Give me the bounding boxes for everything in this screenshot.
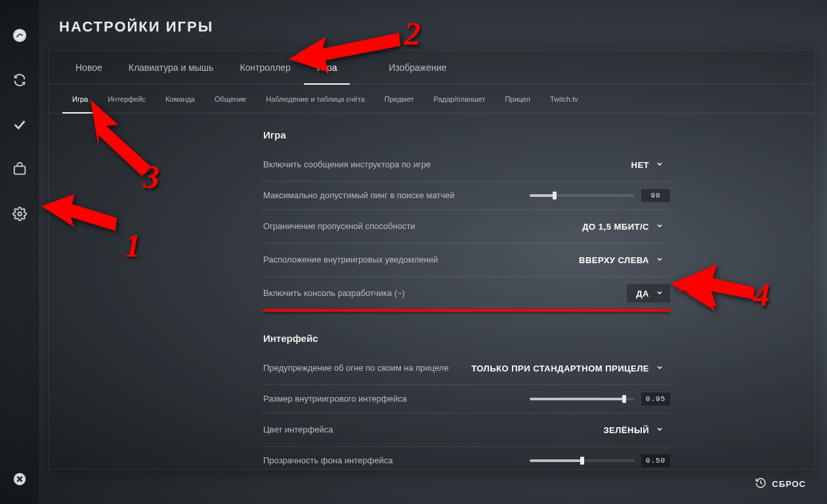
reset-button[interactable]: СБРОС bbox=[755, 477, 806, 491]
section-title-interface: Интерфейс bbox=[263, 312, 670, 352]
ui-scale-slider[interactable] bbox=[530, 398, 635, 400]
dropdown-value: ВВЕРХУ СЛЕВА bbox=[579, 255, 649, 265]
chevron-down-icon bbox=[656, 364, 664, 373]
tab-video[interactable]: Изображение bbox=[375, 51, 459, 85]
row-label: Прозрачность фона интерфейса bbox=[263, 455, 392, 467]
ui-alpha-value[interactable]: 0.50 bbox=[641, 454, 670, 467]
max-ping-value[interactable]: 98 bbox=[641, 189, 670, 202]
dropdown-value: ТОЛЬКО ПРИ СТАНДАРТНОМ ПРИЦЕЛЕ bbox=[471, 364, 649, 373]
row-instructor: Включить сообщения инструктора по игре Н… bbox=[263, 148, 670, 182]
teamfire-dropdown[interactable]: ТОЛЬКО ПРИ СТАНДАРТНОМ ПРИЦЕЛЕ bbox=[462, 359, 670, 377]
svg-point-0 bbox=[13, 30, 25, 41]
row-label: Максимально допустимый пинг в поиске мат… bbox=[263, 190, 455, 201]
history-icon bbox=[755, 477, 767, 491]
dropdown-value: ЗЕЛЁНЫЙ bbox=[603, 425, 649, 435]
row-notif-pos: Расположение внутриигровых уведомлений В… bbox=[263, 243, 670, 277]
subtab-comm[interactable]: Общение bbox=[205, 85, 256, 114]
row-dev-console: Включить консоль разработчика (~) ДА bbox=[263, 277, 670, 310]
subtab-item[interactable]: Предмет bbox=[375, 85, 424, 114]
tabs-sub: Игра Интерфейс Команда Общение Наблюдени… bbox=[49, 85, 815, 114]
dropdown-value: ДА bbox=[636, 289, 649, 299]
settings-icon[interactable] bbox=[0, 192, 39, 236]
bandwidth-dropdown[interactable]: ДО 1,5 МБИТ/С bbox=[573, 217, 670, 236]
subtab-spectate[interactable]: Наблюдение и таблица счёта bbox=[256, 85, 375, 114]
chevron-down-icon bbox=[656, 289, 664, 299]
max-ping-slider[interactable] bbox=[530, 194, 635, 197]
subtab-game[interactable]: Игра bbox=[62, 85, 98, 114]
tab-new[interactable]: Новое bbox=[62, 51, 116, 85]
row-label: Включить консоль разработчика (~) bbox=[263, 287, 405, 299]
row-ui-alpha: Прозрачность фона интерфейса 0.50 bbox=[263, 447, 670, 469]
subtab-interface[interactable]: Интерфейс bbox=[98, 85, 156, 114]
main-area: НАСТРОЙКИ ИГРЫ Новое Клавиатура и мышь К… bbox=[39, 0, 827, 504]
row-max-ping: Максимально допустимый пинг в поиске мат… bbox=[263, 182, 670, 210]
row-label: Цвет интерфейса bbox=[263, 424, 333, 436]
subtab-twitch[interactable]: Twitch.tv bbox=[540, 85, 588, 114]
cancel-icon[interactable] bbox=[0, 466, 39, 492]
settings-scroll: Игра Включить сообщения инструктора по и… bbox=[263, 114, 670, 469]
subtab-team[interactable]: Команда bbox=[156, 85, 205, 114]
subtab-radar[interactable]: Радар/планшет bbox=[423, 85, 495, 114]
tabs-primary: Новое Клавиатура и мышь Контроллер Игра … bbox=[49, 51, 815, 85]
page-title: НАСТРОЙКИ ИГРЫ bbox=[39, 0, 827, 50]
svg-rect-1 bbox=[14, 166, 25, 174]
chevron-down-icon bbox=[656, 222, 664, 232]
ui-scale-value[interactable]: 0.95 bbox=[641, 392, 670, 406]
inventory-icon[interactable] bbox=[0, 147, 39, 192]
dev-console-dropdown[interactable]: ДА bbox=[627, 284, 670, 303]
logo-icon[interactable] bbox=[0, 13, 39, 58]
svg-point-2 bbox=[18, 212, 22, 216]
row-bandwidth: Ограничение пропускной способности ДО 1,… bbox=[263, 210, 670, 243]
section-title-game: Игра bbox=[263, 114, 670, 148]
reset-label: СБРОС bbox=[772, 479, 806, 489]
chevron-down-icon bbox=[656, 255, 664, 265]
row-teamfire: Предупреждение об огне по своим на прице… bbox=[263, 352, 670, 385]
chevron-down-icon bbox=[656, 425, 664, 435]
row-label: Ограничение пропускной способности bbox=[263, 220, 415, 232]
row-ui-scale: Размер внутриигрового интерфейса 0.95 bbox=[263, 385, 670, 413]
tab-keyboard[interactable]: Клавиатура и мышь bbox=[116, 51, 227, 85]
row-label: Размер внутриигрового интерфейса bbox=[263, 393, 407, 405]
tab-controller[interactable]: Контроллер bbox=[226, 51, 303, 85]
settings-card: Новое Клавиатура и мышь Контроллер Игра … bbox=[49, 50, 815, 470]
tab-game[interactable]: Игра bbox=[304, 51, 350, 85]
chevron-down-icon bbox=[656, 160, 664, 170]
sidebar bbox=[0, 0, 39, 504]
row-ui-color: Цвет интерфейса ЗЕЛЁНЫЙ bbox=[263, 413, 670, 447]
ui-color-dropdown[interactable]: ЗЕЛЁНЫЙ bbox=[594, 421, 670, 439]
row-label: Включить сообщения инструктора по игре bbox=[263, 159, 431, 171]
check-icon[interactable] bbox=[0, 102, 39, 147]
ui-alpha-slider[interactable] bbox=[530, 459, 635, 462]
row-label: Предупреждение об огне по своим на прице… bbox=[263, 362, 449, 374]
row-label: Расположение внутриигровых уведомлений bbox=[263, 254, 438, 266]
instructor-dropdown[interactable]: НЕТ bbox=[622, 156, 671, 174]
refresh-icon[interactable] bbox=[0, 58, 39, 102]
dropdown-value: НЕТ bbox=[631, 160, 650, 170]
subtab-crosshair[interactable]: Прицел bbox=[495, 85, 540, 114]
dropdown-value: ДО 1,5 МБИТ/С bbox=[582, 222, 649, 232]
notif-pos-dropdown[interactable]: ВВЕРХУ СЛЕВА bbox=[570, 251, 670, 269]
